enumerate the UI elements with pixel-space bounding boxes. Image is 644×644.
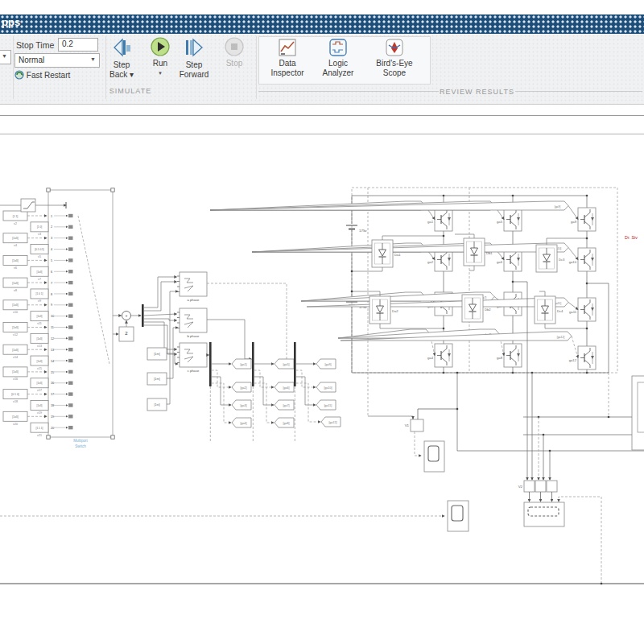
diode-label: Dc3	[559, 258, 565, 262]
port-number: 19	[51, 415, 54, 419]
data-inspector-button[interactable]: Data Inspector	[269, 39, 306, 78]
subsystem-name: Multiport	[73, 439, 88, 443]
constant-name: v9	[38, 299, 41, 303]
diode-label: Da2	[392, 309, 398, 313]
port-number: 13	[51, 349, 54, 352]
logic-analyzer-label-1: Logic	[319, 59, 357, 68]
phase-subsystem-0[interactable]	[180, 272, 207, 296]
ribbon-tab-band[interactable]: pps	[0, 14, 644, 34]
wire	[568, 206, 578, 220]
stop-button: Stop	[219, 37, 250, 68]
constant-value: [1x3]	[37, 315, 43, 318]
port-terminator	[68, 392, 73, 395]
voltage-meter-v2-0[interactable]	[524, 481, 535, 492]
constant-value: [1 0 1]	[36, 292, 43, 295]
selection-handle[interactable]	[111, 436, 114, 439]
port-terminator	[68, 314, 73, 317]
logic-analyzer-button[interactable]: Logic Analyzer	[319, 39, 357, 78]
constant-value: [1x3]	[37, 270, 43, 274]
igbt-label: ga10	[569, 260, 577, 264]
voltage-meter-v2-2[interactable]	[547, 481, 557, 492]
birds-eye-scope-button[interactable]: Bird's-Eye Scope	[372, 39, 417, 78]
wire	[568, 248, 578, 260]
igbt-label: ga4	[427, 356, 434, 360]
review-results-section-label: REVIEW RESULTS	[439, 88, 515, 96]
stop-time-input[interactable]: 0.2	[58, 38, 98, 52]
port-terminator	[68, 225, 73, 229]
selection-handle[interactable]	[111, 188, 114, 192]
wire	[254, 377, 274, 405]
port-number: 18	[51, 404, 54, 407]
run-button[interactable]: Run ▾	[146, 37, 175, 78]
phase-label: b phase	[188, 334, 200, 338]
diode-label: Db2	[485, 308, 491, 312]
model-canvas-area[interactable]: MultiportSwitch1[1 1]v22[1 0]v33[1x3]v44…	[0, 134, 644, 644]
constant-value: [1x3]	[12, 237, 18, 240]
input-block-value: [1m]	[154, 378, 159, 381]
constant-value: [0.5 0.5]	[35, 248, 44, 251]
port-number: 1	[51, 215, 52, 218]
subsystem-name: Switch	[75, 444, 86, 448]
wire	[545, 324, 587, 328]
step-back-button[interactable]: Step Back ▾	[106, 37, 137, 80]
toolbar-separator-line	[0, 115, 644, 116]
constant-value: [1x3]	[12, 282, 18, 285]
goto-tag-ga10-label: [ga10]	[324, 386, 332, 390]
selection-handle[interactable]	[47, 188, 50, 192]
voltage-meter-v2-1[interactable]	[535, 481, 546, 492]
igbt-label: ga2	[427, 260, 434, 264]
constant-value: [1 1]	[13, 215, 19, 218]
apps-tab[interactable]: pps	[2, 16, 20, 28]
port-terminator	[68, 382, 73, 385]
constant-name: v8	[14, 289, 17, 292]
igbt-label: ga6	[497, 260, 503, 264]
fast-restart-toggle[interactable]: Fast Restart	[14, 70, 103, 80]
voltage-meter-v1[interactable]	[411, 419, 423, 431]
wire-junction	[586, 237, 588, 240]
scope-1-display	[428, 446, 439, 461]
ramp-block[interactable]	[21, 199, 35, 212]
igbt-label: ga9	[571, 220, 577, 224]
demux-bar[interactable]	[209, 342, 212, 386]
constant-name: v20	[13, 423, 18, 426]
wire	[254, 370, 274, 387]
constant-name: v11	[37, 322, 42, 325]
step-forward-icon	[184, 37, 204, 58]
phase-subsystem-1[interactable]	[180, 308, 207, 332]
port-number: 16	[51, 382, 54, 385]
data-inspector-icon	[279, 39, 296, 56]
v2-label: V2	[518, 485, 523, 489]
constant-value: [1x3]	[37, 382, 43, 385]
fast-restart-icon	[14, 70, 24, 80]
constant-name: v19	[37, 411, 42, 415]
port-terminator	[68, 325, 73, 328]
goto-tag-ga12-label: [ga12]	[329, 421, 337, 424]
input-block-value: [1m]	[154, 353, 159, 356]
diode-label: Dc4	[557, 309, 564, 313]
goto-tag-ga11-label: [ga11]	[324, 404, 332, 407]
demux-bar[interactable]	[252, 342, 254, 386]
port-terminator	[68, 214, 73, 217]
model-canvas[interactable]: MultiportSwitch1[1 1]v22[1 0]v33[1x3]v44…	[0, 134, 644, 644]
simulation-mode-combo[interactable]: Normal ▼	[14, 53, 100, 68]
wire-junction	[601, 583, 603, 585]
wire-junction	[443, 328, 445, 330]
mux-bar[interactable]	[142, 304, 144, 327]
constant-name: v13	[37, 345, 42, 348]
selection-handle[interactable]	[47, 436, 50, 439]
goto-tag-ga2-label: [ga2]	[241, 386, 247, 390]
stop-time-label: Stop Time	[16, 40, 54, 50]
step-forward-button[interactable]: Step Forward	[177, 37, 211, 80]
left-partial-combo[interactable]: ▼	[0, 50, 11, 64]
port-number: 2	[51, 225, 52, 229]
constant-value: [1x3]	[12, 303, 18, 307]
phase-label: c phase	[188, 369, 200, 373]
demux-bar[interactable]	[294, 342, 296, 386]
constant-value: [1 1 1]	[36, 427, 43, 430]
port-number: 3	[51, 237, 52, 240]
model-annotation: Dr. Siv	[625, 235, 638, 240]
wire	[212, 383, 231, 423]
port-number: 15	[51, 371, 54, 374]
diode-label: Da1	[394, 253, 401, 257]
phase-subsystem-2[interactable]	[180, 343, 207, 367]
